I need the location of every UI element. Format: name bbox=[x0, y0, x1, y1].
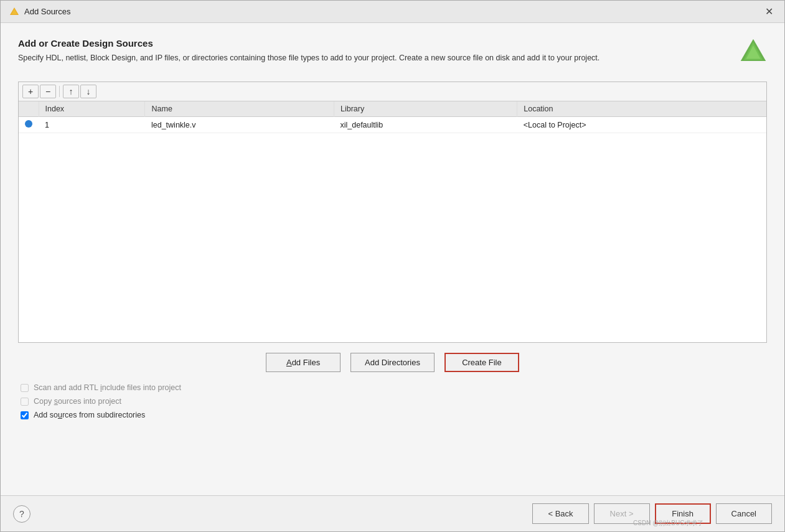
vivado-logo bbox=[740, 38, 767, 65]
watermark: CSDN @别出BUG求求了 bbox=[633, 519, 703, 528]
scan-rtl-label: Scan and add RTL include files into proj… bbox=[34, 383, 181, 392]
col-location: Location bbox=[517, 101, 766, 117]
add-directories-label: Add Directories bbox=[365, 358, 420, 367]
section-description: Specify HDL, netlist, Block Design, and … bbox=[18, 52, 599, 64]
table-scroll: Index Name Library Location 1 led_t bbox=[19, 101, 766, 342]
row-name: led_twinkle.v bbox=[145, 117, 334, 133]
add-subdirs-checkbox[interactable] bbox=[21, 411, 29, 419]
col-index: Index bbox=[39, 101, 145, 117]
table-body: 1 led_twinkle.v xil_defaultlib <Local to… bbox=[19, 117, 766, 133]
row-index: 1 bbox=[39, 117, 145, 133]
dialog-content: Add or Create Design Sources Specify HDL… bbox=[1, 23, 784, 495]
help-button[interactable]: ? bbox=[13, 505, 31, 523]
dialog-title: Add Sources bbox=[24, 7, 70, 16]
close-button[interactable]: ✕ bbox=[763, 6, 776, 18]
move-down-button[interactable]: ↓ bbox=[80, 85, 96, 98]
create-file-button[interactable]: Create File bbox=[444, 353, 519, 372]
back-button[interactable]: < Back bbox=[532, 503, 588, 524]
add-files-label: A bbox=[286, 358, 292, 367]
scan-rtl-checkbox[interactable] bbox=[21, 384, 29, 392]
copy-sources-row[interactable]: Copy sources into project bbox=[21, 397, 767, 406]
remove-icon: − bbox=[45, 86, 50, 96]
row-library: xil_defaultlib bbox=[334, 117, 517, 133]
remove-item-button[interactable]: − bbox=[40, 85, 56, 98]
add-subdirs-label: Add sources from subdirectories bbox=[34, 411, 145, 419]
cancel-button[interactable]: Cancel bbox=[716, 503, 772, 524]
section-title: Add or Create Design Sources bbox=[18, 38, 599, 49]
copy-sources-checkbox[interactable] bbox=[21, 398, 29, 406]
move-up-button[interactable]: ↑ bbox=[63, 85, 79, 98]
table-row[interactable]: 1 led_twinkle.v xil_defaultlib <Local to… bbox=[19, 117, 766, 133]
table-header: Index Name Library Location bbox=[19, 101, 766, 117]
down-icon: ↓ bbox=[87, 86, 91, 96]
copy-sources-label: Copy sources into project bbox=[34, 397, 121, 406]
title-bar: Add Sources ✕ bbox=[1, 1, 784, 23]
title-bar-left: Add Sources bbox=[9, 7, 70, 17]
sources-table: Index Name Library Location 1 led_t bbox=[19, 101, 766, 133]
add-sources-dialog: Add Sources ✕ Add or Create Design Sourc… bbox=[0, 0, 785, 532]
toolbar-divider bbox=[59, 86, 60, 97]
app-icon bbox=[9, 7, 19, 17]
add-files-button[interactable]: Add Files bbox=[266, 353, 341, 372]
header-text: Add or Create Design Sources Specify HDL… bbox=[18, 38, 599, 64]
add-subdirs-row[interactable]: Add sources from subdirectories bbox=[21, 411, 767, 419]
action-buttons: Add Files Add Directories Create File bbox=[18, 353, 767, 372]
create-file-label: Create File bbox=[462, 358, 502, 367]
bottom-left: ? bbox=[13, 505, 31, 523]
section-header: Add or Create Design Sources Specify HDL… bbox=[18, 38, 767, 65]
add-icon: + bbox=[28, 86, 33, 96]
add-item-button[interactable]: + bbox=[22, 85, 39, 98]
header-row: Index Name Library Location bbox=[19, 101, 766, 117]
col-name: Name bbox=[145, 101, 334, 117]
status-dot bbox=[25, 120, 32, 128]
table-toolbar: + − ↑ ↓ bbox=[19, 82, 766, 101]
up-icon: ↑ bbox=[69, 86, 73, 96]
row-status bbox=[19, 117, 39, 133]
col-library: Library bbox=[334, 101, 517, 117]
scan-rtl-row[interactable]: Scan and add RTL include files into proj… bbox=[21, 383, 767, 392]
row-location: <Local to Project> bbox=[517, 117, 766, 133]
checkboxes-section: Scan and add RTL include files into proj… bbox=[18, 383, 767, 419]
col-status bbox=[19, 101, 39, 117]
add-directories-button[interactable]: Add Directories bbox=[350, 353, 435, 372]
file-table-area: + − ↑ ↓ Index bbox=[18, 82, 767, 343]
